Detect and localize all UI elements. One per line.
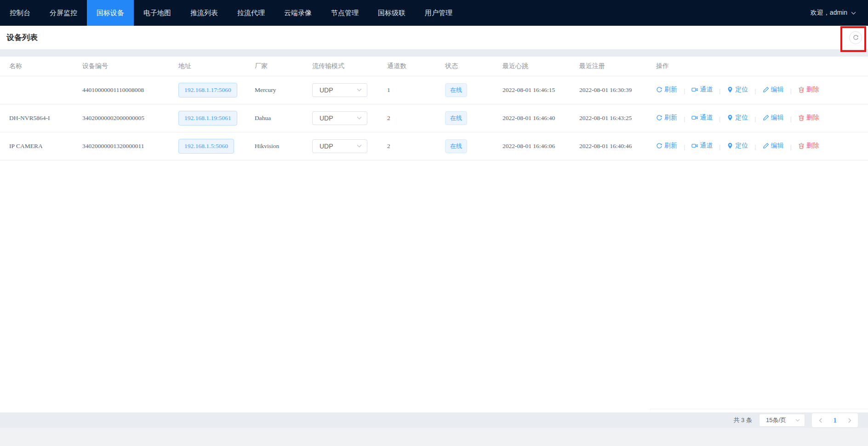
separator: | xyxy=(719,87,720,94)
col-header-heartbeat: 最近心跳 xyxy=(496,57,573,76)
op-label: 删除 xyxy=(806,86,819,94)
cell-operations: 刷新 | 通道 | 定位 | xyxy=(650,76,868,104)
separator: | xyxy=(719,143,720,150)
device-table-panel: 名称 设备编号 地址 厂家 流传输模式 通道数 状态 最近心跳 最近注册 操作 … xyxy=(0,57,868,412)
chevron-down-icon xyxy=(357,115,362,120)
op-label: 定位 xyxy=(735,142,748,150)
cell-operations: 刷新 | 通道 | 定位 | xyxy=(650,104,868,132)
edit-action[interactable]: 编辑 xyxy=(763,86,784,94)
nav-tab[interactable]: 用户管理 xyxy=(415,0,462,26)
separator: | xyxy=(719,115,720,122)
transport-select[interactable]: UDP xyxy=(312,111,367,125)
col-header-name: 名称 xyxy=(0,57,76,76)
top-nav: 控制台 分屏监控 国标设备 电子地图 推流列表 拉流代理 云端录像 节点管理 国… xyxy=(0,0,868,26)
table-header-row: 名称 设备编号 地址 厂家 流传输模式 通道数 状态 最近心跳 最近注册 操作 xyxy=(0,57,868,76)
op-label: 通道 xyxy=(700,114,713,122)
col-header-status: 状态 xyxy=(439,57,496,76)
op-label: 编辑 xyxy=(771,142,784,150)
table-row: DH-NVR5864-I 34020000002000000005 192.16… xyxy=(0,104,868,132)
nav-tab[interactable]: 分屏监控 xyxy=(40,0,87,26)
nav-tab[interactable]: 国标级联 xyxy=(368,0,415,26)
delete-action[interactable]: 删除 xyxy=(798,114,819,122)
next-page-button[interactable] xyxy=(842,418,856,423)
total-count-label: 共 3 条 xyxy=(733,416,752,424)
prev-page-button[interactable] xyxy=(814,418,828,423)
cell-channels: 2 xyxy=(381,132,439,160)
cell-manufacturer: Hikvision xyxy=(248,132,306,160)
op-label: 删除 xyxy=(806,114,819,122)
current-page-number[interactable]: 1 xyxy=(828,417,842,424)
nav-tab[interactable]: 电子地图 xyxy=(134,0,181,26)
op-label: 定位 xyxy=(735,86,748,94)
fixed-column-border xyxy=(650,409,868,409)
user-menu[interactable]: 欢迎，admin xyxy=(811,0,868,26)
nav-tab[interactable]: 国标设备 xyxy=(87,0,134,26)
edit-action[interactable]: 编辑 xyxy=(763,114,784,122)
locate-action[interactable]: 定位 xyxy=(727,86,748,94)
cell-transport: UDP xyxy=(306,132,381,160)
separator: | xyxy=(684,115,685,122)
welcome-label: 欢迎，admin xyxy=(811,9,847,17)
video-camera-icon xyxy=(691,143,698,149)
nav-tab[interactable]: 节点管理 xyxy=(321,0,368,26)
op-label: 定位 xyxy=(735,114,748,122)
trash-icon xyxy=(798,86,805,93)
cell-status: 在线 xyxy=(439,104,496,132)
channels-action[interactable]: 通道 xyxy=(691,142,713,150)
page-size-select[interactable]: 15条/页 xyxy=(759,414,805,427)
nav-tab-label: 国标设备 xyxy=(97,9,124,17)
delete-action[interactable]: 删除 xyxy=(798,142,819,150)
nav-tab[interactable]: 拉流代理 xyxy=(228,0,274,26)
table-body: 44010000001110008008 192.168.1.17:5060 M… xyxy=(0,76,868,160)
refresh-device-action[interactable]: 刷新 xyxy=(656,86,677,94)
page-title: 设备列表 xyxy=(6,32,38,43)
refresh-icon xyxy=(656,86,662,93)
chevron-down-icon xyxy=(357,87,362,92)
nav-tab[interactable]: 控制台 xyxy=(0,0,40,26)
refresh-device-action[interactable]: 刷新 xyxy=(656,114,677,122)
cell-name xyxy=(0,76,76,104)
edit-pen-icon xyxy=(763,86,769,93)
nav-tab-label: 推流列表 xyxy=(190,9,218,17)
locate-action[interactable]: 定位 xyxy=(727,114,748,122)
status-badge: 在线 xyxy=(445,83,467,97)
transport-select[interactable]: UDP xyxy=(312,83,367,97)
chevron-right-icon xyxy=(847,418,852,423)
cell-last-heartbeat: 2022-08-01 16:46:15 xyxy=(496,76,573,104)
refresh-device-action[interactable]: 刷新 xyxy=(656,142,677,150)
transport-select[interactable]: UDP xyxy=(312,139,367,153)
col-header-device-id: 设备编号 xyxy=(76,57,172,76)
chevron-left-icon xyxy=(818,418,823,423)
edit-pen-icon xyxy=(763,114,769,121)
chevron-down-icon xyxy=(795,418,800,423)
video-camera-icon xyxy=(691,114,698,121)
nav-tab-label: 拉流代理 xyxy=(237,9,265,17)
op-label: 刷新 xyxy=(664,86,677,94)
locate-action[interactable]: 定位 xyxy=(727,142,748,150)
cell-address: 192.168.1.17:5060 xyxy=(172,76,248,104)
separator: | xyxy=(754,143,756,150)
cell-last-heartbeat: 2022-08-01 16:46:40 xyxy=(496,104,573,132)
app-root: 控制台 分屏监控 国标设备 电子地图 推流列表 拉流代理 云端录像 节点管理 国… xyxy=(0,0,868,446)
nav-tab-label: 节点管理 xyxy=(331,9,359,17)
col-header-operations: 操作 xyxy=(650,57,868,76)
cell-last-registered: 2022-08-01 16:30:39 xyxy=(573,76,650,104)
cell-address: 192.168.1.5:5060 xyxy=(172,132,248,160)
nav-tab[interactable]: 推流列表 xyxy=(181,0,228,26)
separator: | xyxy=(790,87,791,94)
edit-action[interactable]: 编辑 xyxy=(763,142,784,150)
channels-action[interactable]: 通道 xyxy=(691,114,713,122)
delete-action[interactable]: 删除 xyxy=(798,86,819,94)
col-header-channels: 通道数 xyxy=(381,57,439,76)
nav-tab[interactable]: 云端录像 xyxy=(274,0,321,26)
cell-device-id: 34020000001320000011 xyxy=(76,132,172,160)
col-header-transport: 流传输模式 xyxy=(306,57,381,76)
refresh-page-button[interactable] xyxy=(849,31,862,44)
op-label: 刷新 xyxy=(664,114,677,122)
cell-name: DH-NVR5864-I xyxy=(0,104,76,132)
nav-tab-label: 云端录像 xyxy=(284,9,312,17)
nav-tab-label: 国标级联 xyxy=(378,9,405,17)
nav-tab-label: 用户管理 xyxy=(425,9,452,17)
table-row: 44010000001110008008 192.168.1.17:5060 M… xyxy=(0,76,868,104)
channels-action[interactable]: 通道 xyxy=(691,86,713,94)
